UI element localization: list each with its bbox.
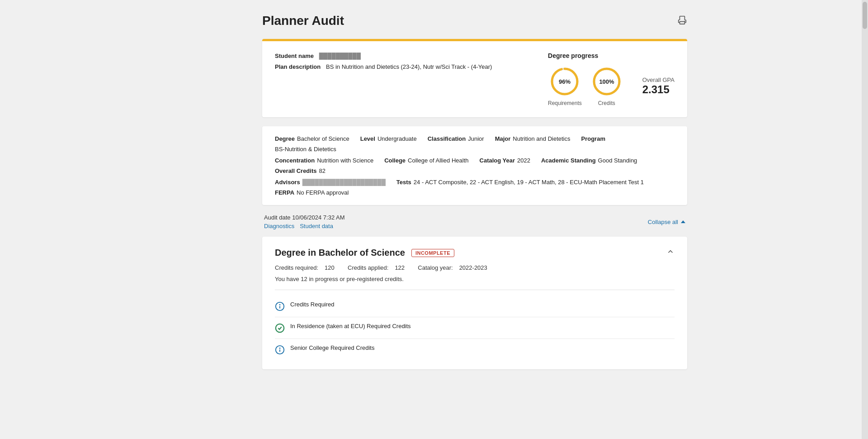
incomplete-badge: INCOMPLETE: [411, 249, 454, 257]
audit-bar-left: Audit date 10/06/2024 7:32 AM Diagnostic…: [264, 214, 345, 229]
gpa-label: Overall GPA: [642, 76, 675, 83]
ferpa-value: No FERPA approval: [297, 189, 349, 196]
overall-credits-value: 82: [319, 167, 326, 174]
senior-college-info-icon: [275, 345, 285, 355]
audit-date-value: 10/06/2024 7:32 AM: [292, 214, 344, 221]
credits-pct-text: 100%: [599, 78, 614, 85]
plan-desc-value: BS in Nutrition and Dietetics (23-24), N…: [326, 63, 492, 70]
catalog-year-section-value: 2022-2023: [459, 264, 487, 271]
in-residence-check-icon: [275, 323, 285, 333]
print-icon[interactable]: [677, 14, 687, 28]
degree-label: Degree: [275, 135, 295, 142]
classification-label: Classification: [428, 135, 466, 142]
academic-standing-label: Academic Standing: [541, 157, 596, 164]
level-value: Undergraduate: [377, 135, 417, 142]
tests-value: 24 - ACT Composite, 22 - ACT English, 19…: [414, 179, 644, 186]
requirements-label: Requirements: [548, 100, 582, 106]
requirement-row-credits: Credits Required: [275, 296, 675, 317]
in-progress-note: You have 12 in progress or pre-registere…: [275, 276, 675, 282]
degree-card-meta: Credits required: 120 Credits applied: 1…: [275, 264, 675, 271]
diagnostics-link[interactable]: Diagnostics: [264, 223, 294, 229]
requirements-ring-svg: 96%: [549, 66, 580, 97]
major-label: Major: [495, 135, 511, 142]
svg-rect-0: [680, 22, 685, 24]
scrollbar-thumb[interactable]: [863, 2, 867, 29]
credits-required-value: 120: [325, 264, 335, 271]
academic-info-card: Degree Bachelor of Science Level Undergr…: [262, 126, 687, 205]
academic-row-2: Concentration Nutrition with Science Col…: [275, 157, 675, 174]
credits-label: Credits: [598, 100, 615, 106]
senior-college-text: Senior College Required Credits: [290, 344, 374, 351]
academic-standing-value: Good Standing: [598, 157, 637, 164]
requirement-row-senior-college: Senior College Required Credits: [275, 339, 675, 360]
catalog-year-label: Catalog Year: [480, 157, 515, 164]
audit-date: Audit date 10/06/2024 7:32 AM: [264, 214, 345, 221]
credits-applied-label: Credits applied:: [348, 264, 388, 271]
advisors-value: ████████████████████: [302, 179, 386, 186]
student-info: Student name ██████████ Plan description…: [275, 52, 492, 70]
requirements-pct-text: 96%: [559, 78, 571, 85]
credits-required-text: Credits Required: [290, 301, 335, 308]
program-value: BS-Nutrition & Dietetics: [275, 146, 336, 153]
page-title: Planner Audit: [262, 14, 344, 28]
requirements-circle: 96% Requirements: [548, 66, 582, 106]
academic-row-1: Degree Bachelor of Science Level Undergr…: [275, 135, 675, 153]
program-label: Program: [581, 135, 605, 142]
requirement-row-residence: In Residence (taken at ECU) Required Cre…: [275, 317, 675, 339]
audit-bar: Audit date 10/06/2024 7:32 AM Diagnostic…: [262, 214, 687, 229]
scrollbar[interactable]: [862, 0, 868, 439]
credits-ring-svg: 100%: [591, 66, 623, 97]
degree-section-card: Degree in Bachelor of Science INCOMPLETE…: [262, 237, 687, 369]
svg-point-1: [684, 21, 685, 22]
collapse-all-label: Collapse all: [648, 219, 678, 225]
credits-required-info-icon: [275, 301, 285, 311]
classification-value: Junior: [468, 135, 484, 142]
in-residence-text: In Residence (taken at ECU) Required Cre…: [290, 323, 411, 329]
credits-circle: 100% Credits: [591, 66, 623, 106]
credits-required-label: Credits required:: [275, 264, 318, 271]
divider: [275, 290, 675, 290]
tests-label: Tests: [396, 179, 411, 186]
student-info-card: Student name ██████████ Plan description…: [262, 39, 687, 117]
degree-value: Bachelor of Science: [297, 135, 349, 142]
gpa-section: Overall GPA 2.315: [642, 76, 675, 96]
student-name-label: Student name: [275, 52, 314, 59]
chevron-up-icon: [681, 220, 685, 223]
degree-section-title: Degree in Bachelor of Science: [275, 248, 405, 258]
collapse-degree-button[interactable]: [666, 248, 675, 258]
college-label: College: [384, 157, 406, 164]
gpa-value: 2.315: [642, 83, 675, 96]
collapse-all-button[interactable]: Collapse all: [648, 219, 685, 225]
catalog-year-section-label: Catalog year:: [418, 264, 453, 271]
advisors-label: Advisors: [275, 179, 300, 186]
student-data-link[interactable]: Student data: [300, 223, 333, 229]
audit-date-label: Audit date: [264, 214, 291, 221]
concentration-label: Concentration: [275, 157, 315, 164]
plan-desc-label: Plan description: [275, 63, 321, 70]
audit-links: Diagnostics Student data: [264, 223, 345, 229]
degree-card-title: Degree in Bachelor of Science INCOMPLETE: [275, 248, 454, 258]
degree-progress-section: Degree progress 96% Requirements: [548, 52, 675, 106]
ferpa-label: FERPA: [275, 189, 294, 196]
degree-progress-title: Degree progress: [548, 52, 675, 59]
catalog-year-value: 2022: [517, 157, 530, 164]
level-label: Level: [360, 135, 375, 142]
credits-applied-value: 122: [395, 264, 405, 271]
overall-credits-label: Overall Credits: [275, 167, 317, 174]
page-title-bar: Planner Audit: [262, 14, 687, 28]
student-name-value: ██████████: [319, 52, 361, 59]
college-value: College of Allied Health: [408, 157, 468, 164]
degree-card-header: Degree in Bachelor of Science INCOMPLETE: [275, 248, 675, 258]
major-value: Nutrition and Dietetics: [513, 135, 570, 142]
concentration-value: Nutrition with Science: [317, 157, 373, 164]
academic-row-3: Advisors ████████████████████ Tests 24 -…: [275, 179, 675, 196]
